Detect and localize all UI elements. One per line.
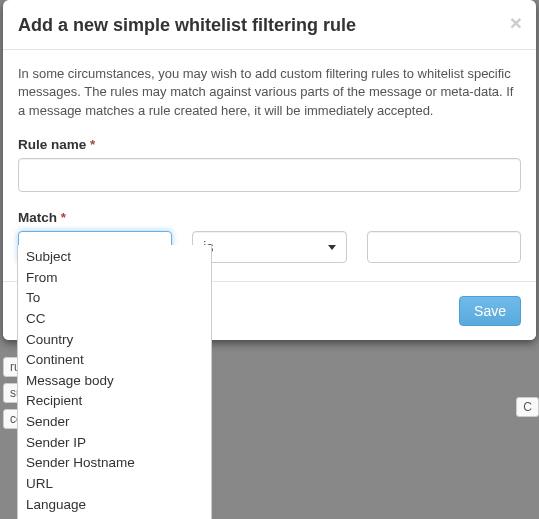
save-button[interactable]: Save — [459, 296, 521, 326]
chevron-down-icon — [328, 245, 336, 250]
rule-name-label-text: Rule name — [18, 137, 86, 152]
dropdown-option[interactable]: Sender — [18, 412, 211, 433]
rule-name-label: Rule name * — [18, 137, 521, 152]
match-label-text: Match — [18, 210, 57, 225]
required-mark: * — [90, 137, 95, 152]
dropdown-option[interactable]: Continent — [18, 350, 211, 371]
match-field-dropdown[interactable]: SubjectFromToCCCountryContinentMessage b… — [17, 245, 212, 519]
dropdown-option[interactable]: Message body — [18, 371, 211, 392]
bg-tab: C — [516, 397, 539, 417]
dropdown-option[interactable]: Subject — [18, 247, 211, 268]
dropdown-option[interactable]: CC — [18, 309, 211, 330]
dropdown-option[interactable]: From — [18, 268, 211, 289]
close-icon[interactable]: × — [510, 12, 522, 33]
match-label: Match * — [18, 210, 521, 225]
match-value-input[interactable] — [367, 231, 521, 263]
dropdown-option[interactable]: URL — [18, 474, 211, 495]
dropdown-option[interactable]: To — [18, 288, 211, 309]
match-operator-select[interactable]: is — [192, 231, 346, 263]
dropdown-option[interactable]: Language — [18, 495, 211, 516]
modal-title: Add a new simple whitelist filtering rul… — [18, 15, 521, 37]
modal-header: Add a new simple whitelist filtering rul… — [3, 0, 536, 50]
required-mark: * — [61, 210, 66, 225]
dropdown-option[interactable]: Country — [18, 330, 211, 351]
dropdown-option[interactable]: Sender IP — [18, 433, 211, 454]
dropdown-option[interactable]: Sender Hostname — [18, 453, 211, 474]
dropdown-option[interactable]: Attachment Type — [18, 515, 211, 519]
dropdown-option[interactable]: Recipient — [18, 391, 211, 412]
rule-name-input[interactable] — [18, 158, 521, 192]
help-text: In some circumstances, you may wish to a… — [18, 65, 521, 122]
